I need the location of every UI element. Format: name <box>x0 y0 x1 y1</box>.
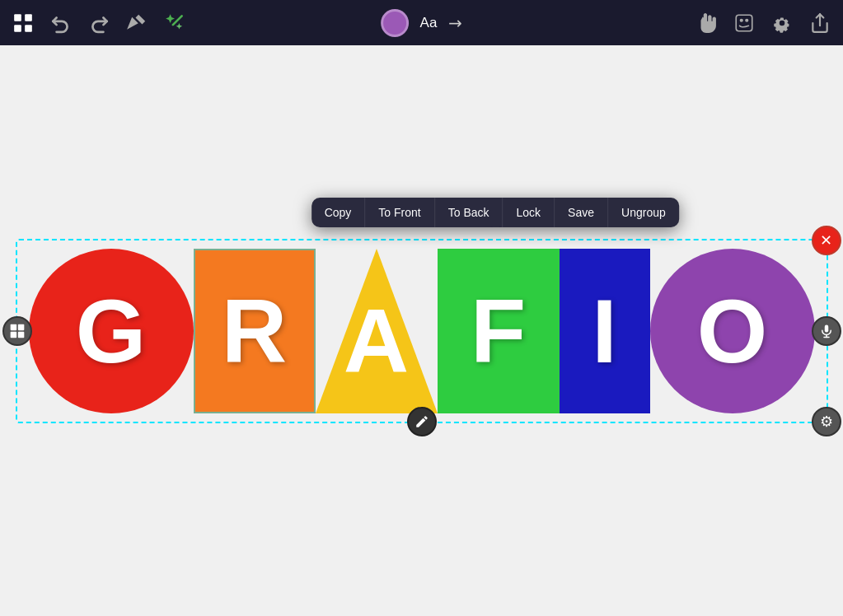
svg-rect-2 <box>14 25 21 32</box>
svg-point-7 <box>746 19 748 21</box>
svg-rect-0 <box>14 14 21 21</box>
copy-button[interactable]: Copy <box>311 198 366 227</box>
magic-icon[interactable] <box>162 10 188 36</box>
color-picker[interactable] <box>381 9 409 37</box>
layers-button[interactable] <box>2 316 32 346</box>
svg-rect-11 <box>10 331 16 338</box>
edit-button[interactable] <box>407 407 437 436</box>
letter-I[interactable]: I <box>560 249 650 413</box>
svg-rect-10 <box>17 324 24 330</box>
svg-rect-1 <box>25 14 32 21</box>
letter-R[interactable]: R <box>194 249 316 413</box>
close-button[interactable]: ✕ <box>812 226 841 255</box>
save-button[interactable]: Save <box>555 198 608 227</box>
hand-icon[interactable] <box>693 10 719 36</box>
toolbar-right <box>693 10 833 36</box>
letter-F-text: F <box>471 278 526 383</box>
font-button[interactable]: Aa <box>420 15 438 31</box>
letter-O-text: O <box>697 278 768 383</box>
canvas-area[interactable]: Copy To Front To Back Lock Save Ungroup … <box>0 45 843 616</box>
toolbar-center: Aa ↗ <box>381 9 463 37</box>
share-icon[interactable] <box>807 10 833 36</box>
context-menu: Copy To Front To Back Lock Save Ungroup <box>311 198 679 227</box>
undo-icon[interactable] <box>48 10 74 36</box>
grid-icon[interactable] <box>10 10 36 36</box>
settings-icon[interactable] <box>769 10 795 36</box>
selection-group[interactable]: Copy To Front To Back Lock Save Ungroup … <box>16 239 828 423</box>
svg-rect-3 <box>25 25 32 32</box>
settings-circle-button[interactable]: ⚙ <box>812 407 841 436</box>
letter-I-text: I <box>592 278 617 383</box>
mic-button[interactable] <box>812 316 841 346</box>
svg-rect-5 <box>736 15 752 31</box>
emoji-icon[interactable] <box>731 10 757 36</box>
to-back-button[interactable]: To Back <box>435 198 503 227</box>
ungroup-button[interactable]: Ungroup <box>608 198 679 227</box>
lock-button[interactable]: Lock <box>503 198 555 227</box>
letter-F[interactable]: F <box>438 249 560 413</box>
toolbar: Aa ↗ <box>0 0 843 45</box>
grafio-letters: G R A F I O <box>29 249 815 413</box>
letter-A-text: A <box>344 287 409 391</box>
svg-rect-9 <box>10 324 16 330</box>
letter-G[interactable]: G <box>29 249 194 413</box>
redo-icon[interactable] <box>86 10 112 36</box>
letter-R-text: R <box>222 278 287 383</box>
svg-point-6 <box>740 19 742 21</box>
svg-line-4 <box>173 16 182 25</box>
letter-A[interactable]: A <box>316 249 438 413</box>
svg-rect-13 <box>824 324 828 332</box>
draw-icon[interactable] <box>124 10 150 36</box>
letter-O[interactable]: O <box>650 249 815 413</box>
letter-G-text: G <box>76 278 147 383</box>
to-front-button[interactable]: To Front <box>365 198 434 227</box>
svg-rect-12 <box>17 331 24 338</box>
toolbar-left <box>10 10 693 36</box>
